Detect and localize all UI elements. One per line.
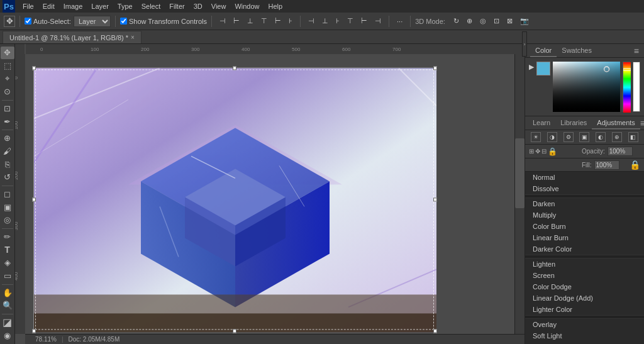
- document-tab-close[interactable]: ×: [131, 34, 135, 41]
- adj-icon-2[interactable]: ◑: [547, 132, 557, 142]
- color-panel-options[interactable]: ≡: [634, 46, 639, 56]
- auto-select-toggle[interactable]: Auto-Select:: [25, 18, 71, 25]
- color-play-btn[interactable]: ▶: [529, 63, 534, 71]
- blend-item-linear-dodge-add[interactable]: Linear Dodge (Add): [525, 292, 644, 304]
- auto-select-dropdown[interactable]: Layer Group: [74, 16, 111, 27]
- tool-lasso[interactable]: ⌖: [1, 72, 14, 85]
- lock-move[interactable]: ✥: [535, 148, 540, 155]
- menu-window[interactable]: Window: [231, 1, 263, 11]
- align-left[interactable]: ⊣: [216, 16, 229, 26]
- menu-help[interactable]: Help: [265, 1, 287, 11]
- tool-eyedropper[interactable]: ✒: [1, 115, 14, 128]
- auto-select-checkbox[interactable]: [25, 18, 31, 25]
- tab-adjustments[interactable]: Adjustments: [592, 117, 640, 130]
- tool-history-brush[interactable]: ↺: [1, 171, 14, 184]
- menu-select[interactable]: Select: [138, 1, 165, 11]
- opacity-strip[interactable]: [633, 62, 640, 112]
- adj-icon-4[interactable]: ▣: [579, 132, 589, 142]
- tool-select-rect[interactable]: ⬚: [1, 60, 14, 72]
- menu-type[interactable]: Type: [114, 1, 136, 11]
- dist-6[interactable]: ⊣: [372, 16, 384, 26]
- tool-shape[interactable]: ▭: [1, 270, 14, 282]
- menu-layer[interactable]: Layer: [87, 1, 113, 11]
- blend-item-lighter-color[interactable]: Lighter Color: [525, 304, 644, 315]
- menu-edit[interactable]: Edit: [39, 1, 58, 11]
- tool-brush[interactable]: 🖌: [1, 145, 14, 158]
- blend-item-color-burn[interactable]: Color Burn: [525, 221, 644, 232]
- lock-artboard[interactable]: ⊟: [541, 148, 547, 155]
- tool-pen[interactable]: ✏: [1, 231, 14, 243]
- align-top[interactable]: ⊤: [258, 16, 270, 26]
- align-right[interactable]: ⊥: [244, 16, 257, 26]
- adj-panel-options[interactable]: ≡: [640, 118, 644, 128]
- vscroll-thumb[interactable]: [515, 138, 525, 208]
- menu-3d[interactable]: 3D: [190, 1, 206, 11]
- tool-gradient[interactable]: ▣: [1, 201, 14, 213]
- tab-color[interactable]: Color: [530, 45, 557, 57]
- blend-item-darker-color[interactable]: Darker Color: [525, 243, 644, 255]
- panel-collapse-btn[interactable]: ›: [522, 31, 527, 57]
- blend-item-screen[interactable]: Screen: [525, 270, 644, 281]
- foreground-color-swatch[interactable]: [536, 62, 550, 75]
- tool-zoom[interactable]: 🔍: [1, 299, 14, 312]
- blend-item-color-dodge[interactable]: Color Dodge: [525, 281, 644, 292]
- toolbar-more[interactable]: ···: [394, 16, 406, 26]
- 3d-pan[interactable]: ⊕: [464, 16, 475, 26]
- tool-stamp[interactable]: ⎘: [1, 158, 14, 170]
- tool-text[interactable]: T: [1, 243, 14, 256]
- adj-icon-6[interactable]: ⊕: [612, 132, 622, 142]
- blend-item-multiply[interactable]: Multiply: [525, 209, 644, 221]
- 3d-camera[interactable]: 📷: [517, 16, 532, 26]
- dist-3[interactable]: ⊦: [333, 16, 343, 26]
- fill-input[interactable]: [594, 160, 619, 170]
- menu-file[interactable]: File: [19, 1, 38, 11]
- align-center-h[interactable]: ⊢: [230, 16, 243, 26]
- lock-checkerboard[interactable]: ⊞: [529, 148, 534, 155]
- blend-item-linear-burn[interactable]: Linear Burn: [525, 232, 644, 243]
- canvas-container[interactable]: [25, 54, 525, 334]
- adj-icon-1[interactable]: ☀: [531, 132, 541, 142]
- tool-hand[interactable]: ✋: [1, 286, 14, 299]
- opacity-input[interactable]: [608, 147, 633, 156]
- 3d-scale[interactable]: ⊡: [491, 16, 502, 26]
- tool-eraser[interactable]: ◻: [1, 188, 14, 201]
- blend-item-dissolve[interactable]: Dissolve: [525, 183, 644, 194]
- tab-learn[interactable]: Learn: [528, 117, 555, 130]
- blend-item-darken[interactable]: Darken: [525, 198, 644, 209]
- menu-filter[interactable]: Filter: [165, 1, 188, 11]
- adj-icon-7[interactable]: ◧: [628, 132, 638, 142]
- document-tab[interactable]: Untitled-1 @ 78.1% (Layer 1, RGB/8) * ×: [3, 31, 142, 43]
- tool-fg-bg[interactable]: ◪: [1, 316, 14, 329]
- adj-icon-5[interactable]: ◐: [596, 132, 606, 142]
- 3d-roll[interactable]: ◎: [477, 16, 489, 26]
- blend-item-soft-light[interactable]: Soft Light: [525, 330, 644, 341]
- dist-2[interactable]: ⊥: [319, 16, 331, 26]
- blend-item-hard-light[interactable]: Hard Light: [525, 341, 644, 344]
- tab-libraries[interactable]: Libraries: [555, 117, 592, 130]
- canvas-image[interactable]: [33, 67, 436, 331]
- blend-item-lighten[interactable]: Lighten: [525, 258, 644, 270]
- menu-view[interactable]: View: [208, 1, 230, 11]
- blend-item-overlay[interactable]: Overlay: [525, 319, 644, 330]
- lock-all[interactable]: 🔒: [548, 147, 557, 156]
- dist-1[interactable]: ⊣: [305, 16, 318, 26]
- align-bottom[interactable]: ⊦: [286, 16, 296, 26]
- tool-path-select[interactable]: ◈: [1, 257, 14, 269]
- align-center-v[interactable]: ⊢: [272, 16, 284, 26]
- lock-icon[interactable]: 🔒: [630, 160, 640, 170]
- hue-strip[interactable]: [623, 62, 630, 112]
- adj-icon-3[interactable]: ⚙: [564, 132, 574, 142]
- canvas-vscroll[interactable]: [514, 54, 525, 334]
- show-transform-toggle[interactable]: Show Transform Controls: [120, 18, 207, 25]
- canvas-area[interactable]: 0 100 200 300 400 500 600 700 0 100 200 …: [15, 44, 525, 344]
- tool-move[interactable]: ✥: [1, 47, 14, 59]
- tool-dodge[interactable]: ◎: [1, 214, 14, 226]
- 3d-rotate[interactable]: ↻: [450, 16, 462, 26]
- tool-quick-select[interactable]: ⊙: [1, 86, 14, 98]
- show-transform-checkbox[interactable]: [120, 18, 127, 25]
- dist-4[interactable]: ⊤: [344, 16, 357, 26]
- menu-image[interactable]: Image: [60, 1, 87, 11]
- tool-spot-heal[interactable]: ⊕: [1, 132, 14, 145]
- blend-item-normal[interactable]: Normal: [525, 172, 644, 183]
- tab-swatches[interactable]: Swatches: [557, 45, 597, 57]
